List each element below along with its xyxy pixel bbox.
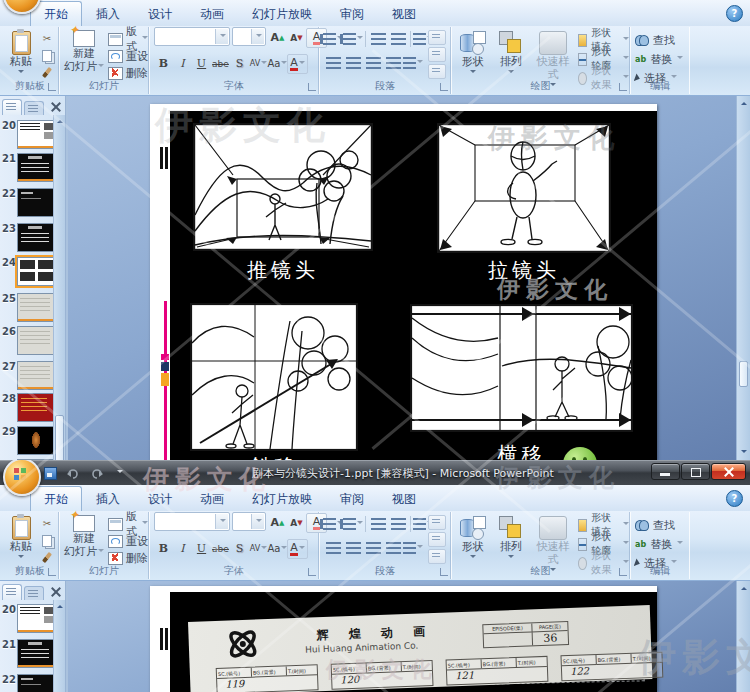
copy-button[interactable]	[38, 48, 56, 63]
format-painter-button[interactable]	[38, 550, 56, 565]
slide-stray-bars-object[interactable]	[160, 628, 169, 650]
tab-design[interactable]: 设计	[134, 1, 186, 26]
shrink-font-button[interactable]: A▼	[287, 29, 306, 47]
character-spacing-button[interactable]: AV	[249, 540, 268, 558]
outline-tab[interactable]	[24, 101, 44, 115]
shapes-button[interactable]: 形状	[456, 516, 490, 561]
font-color-button[interactable]: A	[287, 539, 308, 559]
font-dialog-launcher-icon[interactable]	[308, 83, 316, 91]
justify-button[interactable]	[383, 54, 403, 72]
justify-button[interactable]	[383, 539, 403, 557]
italic-button[interactable]: I	[173, 55, 192, 73]
bullets-button[interactable]	[323, 30, 343, 48]
help-icon[interactable]: ?	[726, 490, 743, 507]
outline-tab[interactable]	[24, 586, 44, 600]
text-direction-button[interactable]	[428, 515, 446, 530]
text-direction-button[interactable]	[428, 30, 446, 45]
slide-thumbnail-23[interactable]	[17, 223, 56, 252]
new-slide-button[interactable]: ✦ 新建 幻灯片	[62, 30, 106, 73]
align-left-button[interactable]	[323, 54, 343, 72]
font-name-combo[interactable]	[154, 512, 230, 531]
numbering-button[interactable]	[343, 30, 363, 48]
drawing-dialog-launcher-icon[interactable]	[619, 568, 627, 576]
slide-thumbnail-24-selected[interactable]	[17, 257, 56, 286]
format-painter-button[interactable]	[38, 65, 56, 80]
minimize-button[interactable]	[651, 463, 680, 480]
storyboard-image-diagonal[interactable]	[190, 303, 358, 451]
offslide-pink-square[interactable]	[161, 354, 169, 360]
tab-view[interactable]: 视图	[378, 1, 430, 26]
copy-button[interactable]	[38, 533, 56, 548]
redo-button[interactable]	[88, 465, 104, 481]
font-size-combo[interactable]	[232, 27, 266, 46]
cut-button[interactable]: ✂	[38, 516, 56, 531]
cut-button[interactable]: ✂	[38, 31, 56, 46]
replace-button[interactable]: ab替换	[635, 536, 683, 552]
grow-font-button[interactable]: A▲	[268, 29, 287, 47]
arrange-button[interactable]: 排列	[494, 516, 528, 561]
font-name-combo[interactable]	[154, 27, 230, 46]
slide-thumbnail-21[interactable]	[17, 153, 56, 182]
paragraph-dialog-launcher-icon[interactable]	[440, 83, 448, 91]
tab-insert[interactable]: 插入	[82, 486, 134, 511]
arrange-button[interactable]: 排列	[494, 31, 528, 76]
close-button[interactable]	[711, 463, 746, 480]
bullets-button[interactable]	[323, 515, 343, 533]
font-color-button[interactable]: A	[287, 54, 308, 74]
replace-button[interactable]: ab替换	[635, 51, 683, 67]
tab-design[interactable]: 设计	[134, 486, 186, 511]
slides-tab[interactable]	[2, 584, 22, 600]
slide-thumbnail-21[interactable]	[17, 639, 56, 668]
tab-review[interactable]: 审阅	[326, 486, 378, 511]
strikethrough-button[interactable]: abe	[211, 55, 230, 73]
columns-button[interactable]	[403, 539, 423, 557]
save-button[interactable]	[42, 465, 58, 481]
offslide-navy-square[interactable]	[161, 362, 169, 371]
panel-splitter[interactable]	[66, 581, 68, 692]
grow-font-button[interactable]: A▲	[268, 514, 287, 532]
qat-dropdown-icon[interactable]	[111, 465, 127, 481]
align-left-button[interactable]	[323, 539, 343, 557]
numbering-button[interactable]	[343, 515, 363, 533]
find-button[interactable]: 查找	[635, 517, 683, 533]
font-size-combo[interactable]	[232, 512, 266, 531]
paragraph-dialog-launcher-icon[interactable]	[440, 568, 448, 576]
slide-thumbnail-22[interactable]	[17, 674, 56, 692]
align-right-button[interactable]	[363, 54, 383, 72]
columns-button[interactable]	[403, 54, 423, 72]
text-shadow-button[interactable]: S	[230, 540, 249, 558]
shrink-font-button[interactable]: A▼	[287, 514, 306, 532]
storyboard-image-push[interactable]	[193, 123, 373, 251]
reset-button[interactable]: 重设	[108, 48, 148, 64]
tab-animations[interactable]: 动画	[186, 1, 238, 26]
slide-thumbnail-26[interactable]	[17, 326, 56, 355]
align-center-button[interactable]	[343, 539, 363, 557]
layout-button[interactable]: 版式	[108, 31, 148, 47]
offslide-orange-square[interactable]	[161, 373, 169, 386]
help-icon[interactable]: ?	[726, 5, 743, 22]
paste-button[interactable]: 粘贴	[6, 31, 36, 76]
find-button[interactable]: 查找	[635, 32, 683, 48]
clipboard-dialog-launcher-icon[interactable]	[48, 83, 56, 91]
increase-indent-button[interactable]	[388, 515, 408, 533]
panel-scrollbar[interactable]	[53, 600, 65, 692]
slide-thumbnail-29[interactable]	[17, 426, 56, 455]
drawing-dialog-launcher-icon[interactable]	[619, 83, 627, 91]
font-dialog-launcher-icon[interactable]	[308, 568, 316, 576]
tab-review[interactable]: 审阅	[326, 1, 378, 26]
align-text-button[interactable]	[428, 47, 446, 62]
slide-thumbnail-22[interactable]	[17, 188, 56, 217]
layout-button[interactable]: 版式	[108, 516, 148, 532]
change-case-button[interactable]: Aa	[268, 540, 287, 558]
panel-splitter[interactable]	[66, 96, 68, 460]
decrease-indent-button[interactable]	[368, 30, 388, 48]
slide-thumbnail-28[interactable]	[17, 393, 56, 422]
paste-button[interactable]: 粘贴	[6, 516, 36, 561]
tab-slideshow[interactable]: 幻灯片放映	[238, 486, 326, 511]
close-panel-icon[interactable]	[50, 586, 62, 598]
slides-tab[interactable]	[2, 99, 22, 115]
align-right-button[interactable]	[363, 539, 383, 557]
align-center-button[interactable]	[343, 54, 363, 72]
slide-thumbnail-20[interactable]	[17, 120, 56, 149]
tab-slideshow[interactable]: 幻灯片放映	[238, 1, 326, 26]
